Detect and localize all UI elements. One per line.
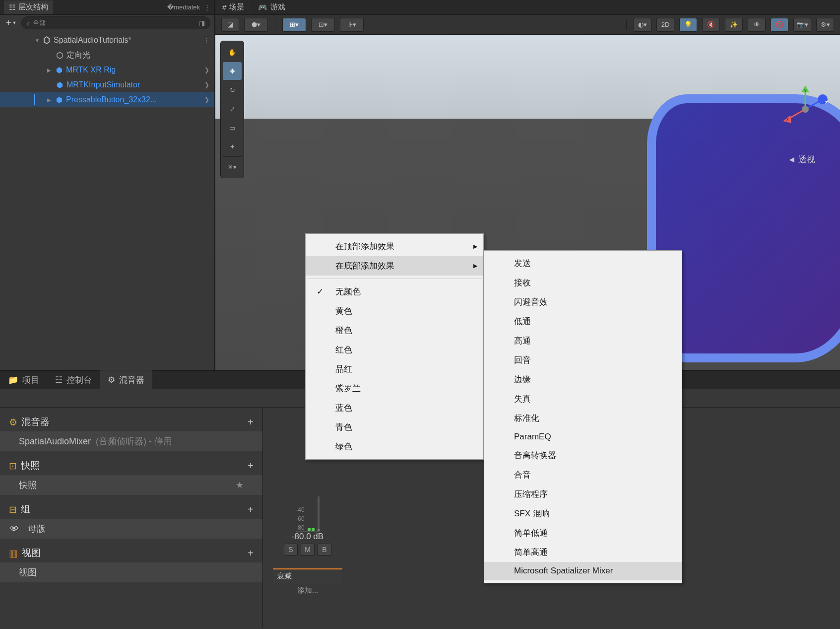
- mute-btn[interactable]: M: [301, 544, 315, 556]
- hand-tool[interactable]: ✋: [223, 43, 242, 61]
- add-group-btn[interactable]: +: [248, 504, 254, 515]
- menu-color-orange[interactable]: 橙色: [306, 321, 483, 340]
- menu-effect-distortion[interactable]: 失真: [484, 389, 682, 409]
- hierarchy-item-button[interactable]: ▶ PressableButton_32x32... ❯: [0, 92, 214, 107]
- view-icon: ▥: [9, 548, 18, 559]
- custom-tools-btn[interactable]: ✕▾: [223, 158, 242, 176]
- scale-tool[interactable]: ⤢: [223, 100, 242, 118]
- more-icon[interactable]: ⋮: [203, 37, 209, 44]
- eye-icon[interactable]: 👁: [10, 524, 19, 534]
- bypass-btn[interactable]: B: [318, 544, 331, 556]
- star-icon[interactable]: ★: [236, 480, 244, 490]
- transform-tool[interactable]: ✦: [223, 138, 242, 155]
- svg-text:y: y: [804, 87, 807, 92]
- menu-effect-send[interactable]: 发送: [484, 254, 682, 273]
- fader-db: -80.0 dB: [292, 532, 323, 542]
- menu-color-cyan[interactable]: 青色: [306, 418, 483, 437]
- shading-mode-btn[interactable]: ◪: [221, 18, 239, 32]
- mixer-item[interactable]: SpatialAudioMixer (音频侦听器) - 停用: [0, 431, 262, 451]
- hierarchy-item-light[interactable]: 定向光: [0, 48, 214, 63]
- expand-icon[interactable]: ▼: [35, 38, 42, 43]
- menu-effect-normalize[interactable]: 标准化: [484, 409, 682, 428]
- menu-effect-compressor[interactable]: 压缩程序: [484, 485, 682, 504]
- menu-add-effect-bottom[interactable]: 在底部添加效果▶: [306, 256, 483, 276]
- menu-effect-lowpass[interactable]: 低通: [484, 312, 682, 331]
- move-tool[interactable]: ✥: [223, 62, 242, 80]
- draw-mode-btn[interactable]: ⬢▾: [244, 18, 268, 32]
- lock-icon[interactable]: �mediatek: [167, 3, 200, 11]
- menu-icon[interactable]: ⋮: [204, 3, 210, 11]
- rect-tool[interactable]: ▭: [223, 119, 242, 137]
- fx-btn[interactable]: ✨: [725, 18, 743, 32]
- menu-color-none[interactable]: ✓无颜色: [306, 282, 483, 301]
- menu-color-yellow[interactable]: 黄色: [306, 301, 483, 321]
- hidden-btn[interactable]: 🚫: [771, 18, 788, 32]
- hierarchy-item-xrrig[interactable]: ▶ MRTK XR Rig ❯: [0, 63, 214, 77]
- svg-text:z: z: [825, 100, 828, 105]
- search-filter-icon[interactable]: ◨: [199, 19, 205, 27]
- menu-effect-pitchshift[interactable]: 音高转换器: [484, 446, 682, 465]
- snapshot-item[interactable]: 快照 ★: [0, 475, 262, 495]
- lighting-btn[interactable]: 💡: [679, 18, 697, 32]
- vu-meter: -40 -60 -80: [296, 492, 319, 532]
- expand-icon[interactable]: ▶: [47, 68, 54, 73]
- menu-color-green[interactable]: 绿色: [306, 437, 483, 456]
- menu-effect-chorus[interactable]: 合音: [484, 465, 682, 485]
- scene-name: SpatialAudioTutorials*: [54, 36, 131, 45]
- expand-icon[interactable]: ▶: [47, 97, 54, 103]
- menu-color-violet[interactable]: 紫罗兰: [306, 379, 483, 398]
- hierarchy-search[interactable]: ⌕ 全部 ◨: [21, 16, 210, 29]
- add-mixer-btn[interactable]: +: [248, 417, 254, 428]
- mixer-tab[interactable]: ⚙ 混音器: [100, 370, 152, 390]
- menu-add-effect-top[interactable]: 在顶部添加效果▶: [306, 237, 483, 256]
- hierarchy-toolbar: +▼ ⌕ 全部 ◨: [0, 15, 214, 31]
- master-item[interactable]: 👁 母版: [0, 519, 262, 539]
- menu-color-blue[interactable]: 蓝色: [306, 398, 483, 418]
- project-tab[interactable]: 📁 项目: [0, 370, 47, 390]
- mixer-label: 混音器: [119, 374, 144, 386]
- snap-btn[interactable]: ⊡▾: [311, 18, 335, 32]
- menu-effect-parameq[interactable]: ParamEQ: [484, 428, 682, 446]
- 2d-btn[interactable]: 2D: [656, 18, 674, 32]
- menu-effect-edge[interactable]: 边缘: [484, 370, 682, 389]
- add-effect-btn[interactable]: 添加...: [294, 583, 322, 598]
- menu-effect-simplelp[interactable]: 简单低通: [484, 523, 682, 543]
- prefab-variant-icon: [54, 96, 64, 104]
- perspective-label[interactable]: 透视: [787, 154, 815, 165]
- chevron-right-icon[interactable]: ❯: [204, 96, 209, 103]
- mixer-sidebar: ⚙ 混音器 + SpatialAudioMixer (音频侦听器) - 停用 ⊡…: [0, 408, 263, 628]
- hierarchy-scene-root[interactable]: ▼ SpatialAudioTutorials* ⋮: [0, 33, 214, 48]
- solo-btn[interactable]: S: [284, 544, 298, 556]
- chevron-right-icon[interactable]: ❯: [204, 67, 209, 73]
- view-item[interactable]: 视图: [0, 562, 262, 582]
- hierarchy-item-inputsim[interactable]: MRTKInputSimulator ❯: [0, 77, 214, 92]
- game-tab[interactable]: 🎮 游戏: [251, 0, 292, 14]
- gizmos-btn[interactable]: ⚙▾: [816, 18, 834, 32]
- console-tab[interactable]: ☳ 控制台: [47, 370, 100, 390]
- grid-btn[interactable]: ⊞▾: [282, 18, 306, 32]
- menu-effect-echo[interactable]: 回音: [484, 350, 682, 370]
- menu-color-magenta[interactable]: 品红: [306, 359, 483, 379]
- menu-color-red[interactable]: 红色: [306, 340, 483, 359]
- increment-btn[interactable]: ⊪▾: [340, 18, 364, 32]
- add-snapshot-btn[interactable]: +: [248, 460, 254, 472]
- menu-effect-receive[interactable]: 接收: [484, 273, 682, 292]
- create-dropdown[interactable]: +▼: [4, 17, 18, 29]
- menu-effect-sfxreverb[interactable]: SFX 混响: [484, 504, 682, 523]
- menu-effect-ms-spatializer[interactable]: Microsoft Spatializer Mixer: [484, 562, 682, 580]
- orientation-gizmo[interactable]: y x z: [780, 84, 830, 134]
- skybox-btn[interactable]: ◐▾: [634, 18, 651, 32]
- hierarchy-tab[interactable]: ☷ 层次结构: [4, 0, 53, 14]
- add-view-btn[interactable]: +: [248, 548, 254, 559]
- camera-btn[interactable]: 📷▾: [793, 18, 811, 32]
- visibility-btn[interactable]: 👁: [748, 18, 766, 32]
- scene-tab[interactable]: # 场景: [215, 0, 251, 14]
- menu-effect-simplehp[interactable]: 简单高通: [484, 543, 682, 562]
- prefab-icon: [55, 81, 65, 89]
- menu-effect-duck[interactable]: 闪避音效: [484, 292, 682, 312]
- rotate-tool[interactable]: ↻: [223, 81, 242, 99]
- attenuation-slot[interactable]: 衰减: [273, 568, 342, 583]
- audio-btn[interactable]: 🔇: [702, 18, 720, 32]
- chevron-right-icon[interactable]: ❯: [204, 81, 209, 88]
- menu-effect-highpass[interactable]: 高通: [484, 331, 682, 350]
